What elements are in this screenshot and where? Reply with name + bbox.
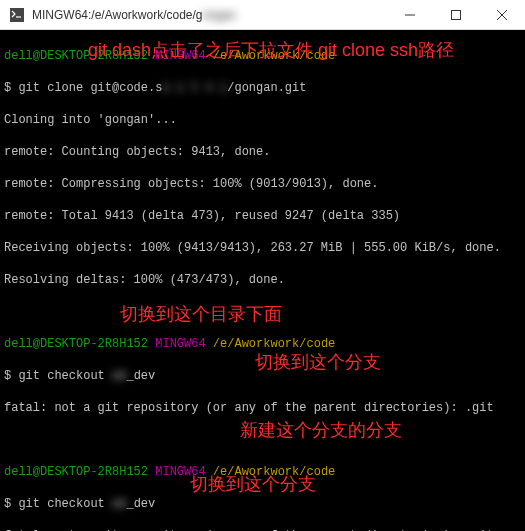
window-titlebar: MINGW64:/e/Aworkwork/code/gongan — [0, 0, 525, 30]
out-line: Cloning into 'gongan'... — [4, 112, 521, 128]
maximize-button[interactable] — [433, 0, 479, 30]
out-line: Resolving deltas: 100% (473/473), done. — [4, 272, 521, 288]
svg-rect-0 — [10, 8, 24, 22]
close-button[interactable] — [479, 0, 525, 30]
svg-rect-3 — [452, 11, 461, 20]
window-title: MINGW64:/e/Aworkwork/code/gongan — [32, 8, 387, 22]
out-line: fatal: not a git repository (or any of t… — [4, 400, 521, 416]
app-icon — [8, 6, 26, 24]
window-controls — [387, 0, 525, 29]
terminal-output[interactable]: dell@DESKTOP-2R8H152 MINGW64 /e/Aworkwor… — [0, 30, 525, 531]
out-line: Receiving objects: 100% (9413/9413), 263… — [4, 240, 521, 256]
out-line: remote: Total 9413 (delta 473), reused 9… — [4, 208, 521, 224]
out-line: remote: Counting objects: 9413, done. — [4, 144, 521, 160]
cmd-line: $ git checkout wm_dev — [4, 496, 521, 512]
blank-line — [4, 304, 521, 320]
cmd-line: $ git clone git@code.so i t n i/gongan.g… — [4, 80, 521, 96]
prompt-line: dell@DESKTOP-2R8H152 MINGW64 /e/Aworkwor… — [4, 464, 521, 480]
minimize-button[interactable] — [387, 0, 433, 30]
blank-line — [4, 432, 521, 448]
out-line: remote: Compressing objects: 100% (9013/… — [4, 176, 521, 192]
prompt-line: dell@DESKTOP-2R8H152 MINGW64 /e/Aworkwor… — [4, 48, 521, 64]
cmd-line: $ git checkout wm_dev — [4, 368, 521, 384]
prompt-line: dell@DESKTOP-2R8H152 MINGW64 /e/Aworkwor… — [4, 336, 521, 352]
